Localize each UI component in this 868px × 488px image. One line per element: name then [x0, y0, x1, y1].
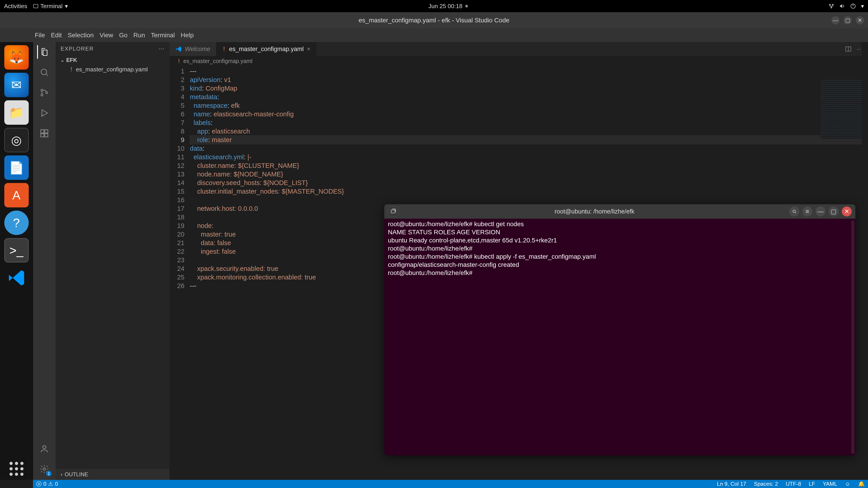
dock-app-terminal[interactable]: >_	[4, 238, 29, 263]
volume-icon[interactable]	[839, 3, 845, 9]
terminal-line: NAME STATUS ROLES AGE VERSION	[388, 228, 852, 236]
topbar-app-indicator[interactable]: Terminal ▾	[33, 3, 68, 10]
vscode-status-bar: ⓧ0 ⚠0 Ln 9, Col 17 Spaces: 2 UTF-8 LF YA…	[33, 480, 868, 488]
terminal-body[interactable]: root@ubuntu:/home/lizhe/efk# kubectl get…	[384, 219, 855, 455]
status-language[interactable]: YAML	[823, 481, 837, 487]
split-editor-icon[interactable]	[845, 46, 852, 53]
activity-run-debug-icon[interactable]	[37, 106, 51, 120]
activities-button[interactable]: Activities	[4, 3, 27, 10]
more-icon[interactable]: ⋯	[159, 46, 164, 52]
chevron-right-icon: ›	[61, 471, 62, 478]
dock-app-software[interactable]: A	[4, 183, 29, 207]
terminal-close-button[interactable]: ✕	[842, 206, 852, 217]
svg-point-6	[41, 94, 43, 96]
explorer-root-folder[interactable]: ⌄ EFK	[56, 56, 169, 65]
topbar-clock[interactable]: Jun 25 00:18	[428, 3, 462, 10]
vscode-menubar: FileEditSelectionViewGoRunTerminalHelp	[0, 29, 868, 42]
status-indentation[interactable]: Spaces: 2	[754, 481, 778, 487]
network-icon[interactable]	[829, 3, 834, 9]
settings-badge: 1	[46, 471, 52, 476]
activity-search-icon[interactable]	[37, 66, 51, 79]
svg-point-4	[41, 69, 47, 75]
svg-point-0	[829, 4, 830, 5]
svg-point-5	[41, 89, 43, 91]
activity-extensions-icon[interactable]	[37, 127, 51, 140]
svg-point-1	[832, 4, 833, 5]
tab-welcome[interactable]: Welcome	[169, 42, 216, 56]
vscode-activity-bar: 1	[33, 42, 56, 480]
dock-app-writer[interactable]: 📄	[4, 156, 29, 180]
svg-point-7	[46, 92, 48, 94]
chevron-down-icon: ⌄	[61, 57, 64, 63]
error-icon: ⓧ	[36, 480, 41, 488]
svg-point-8	[41, 116, 42, 116]
menu-edit[interactable]: Edit	[51, 32, 62, 39]
status-eol[interactable]: LF	[809, 481, 815, 487]
activity-source-control-icon[interactable]	[37, 86, 51, 99]
menu-view[interactable]: View	[100, 32, 113, 39]
dock-show-applications[interactable]	[9, 462, 24, 476]
terminal-menu-button[interactable]: ≡	[802, 206, 812, 217]
svg-rect-12	[45, 130, 48, 133]
status-cursor-position[interactable]: Ln 9, Col 17	[717, 481, 746, 487]
status-encoding[interactable]: UTF-8	[786, 481, 801, 487]
svg-rect-16	[391, 210, 395, 213]
dock-app-firefox[interactable]: 🦊	[4, 45, 29, 70]
yaml-file-icon: !	[222, 46, 226, 53]
terminal-titlebar: root@ubuntu: /home/lizhe/efk ≡ — ▢ ✕	[384, 204, 855, 219]
svg-rect-10	[41, 134, 44, 137]
terminal-title: root@ubuntu: /home/lizhe/efk	[403, 208, 786, 215]
status-problems[interactable]: ⓧ0 ⚠0	[36, 480, 58, 488]
tab-close-icon[interactable]: ×	[307, 46, 310, 53]
terminal-line: configmap/elasticsearch-master-config cr…	[388, 261, 852, 269]
menu-go[interactable]: Go	[119, 32, 127, 39]
minimap[interactable]	[820, 80, 868, 139]
dock-app-thunderbird[interactable]: ✉	[4, 73, 29, 97]
breadcrumb[interactable]: ! es_master_configmap.yaml	[169, 56, 868, 66]
dock-app-vscode[interactable]	[4, 266, 29, 290]
terminal-scrollbar[interactable]	[851, 221, 855, 454]
explorer-header: EXPLORER ⋯	[56, 42, 169, 56]
window-minimize-button[interactable]: —	[831, 16, 839, 24]
menu-help[interactable]: Help	[181, 32, 194, 39]
outline-header[interactable]: › OUTLINE	[56, 469, 169, 480]
explorer-file-item[interactable]: ! es_master_configmap.yaml	[56, 65, 169, 74]
window-close-button[interactable]: ✕	[856, 16, 864, 24]
tab-es-master-configmap[interactable]: ! es_master_configmap.yaml ×	[216, 42, 316, 56]
window-title: es_master_configmap.yaml - efk - Visual …	[359, 17, 509, 24]
power-icon[interactable]	[850, 3, 856, 9]
svg-point-14	[43, 468, 46, 470]
terminal-new-tab-button[interactable]	[388, 206, 398, 217]
editor-tabs: Welcome ! es_master_configmap.yaml × ⋯	[169, 42, 868, 56]
terminal-minimize-button[interactable]: —	[815, 206, 826, 217]
terminal-line: root@ubuntu:/home/lizhe/efk#	[388, 245, 852, 253]
menu-selection[interactable]: Selection	[68, 32, 94, 39]
terminal-screen-icon	[33, 4, 38, 8]
warning-icon: ⚠	[48, 481, 53, 487]
gnome-topbar: Activities Terminal ▾ Jun 25 00:18 ▾	[0, 0, 868, 12]
activity-settings-icon[interactable]: 1	[37, 462, 51, 476]
editor-scrollbar[interactable]	[862, 42, 868, 480]
svg-rect-9	[41, 130, 44, 133]
activity-accounts-icon[interactable]	[37, 442, 51, 455]
window-maximize-button[interactable]: ▢	[844, 16, 852, 24]
svg-point-2	[831, 7, 832, 8]
status-notifications-icon[interactable]: 🔔	[858, 481, 865, 487]
menu-file[interactable]: File	[35, 32, 45, 39]
vscode-sidebar: EXPLORER ⋯ ⌄ EFK ! es_master_configmap.y…	[56, 42, 169, 480]
chevron-down-icon[interactable]: ▾	[861, 3, 864, 10]
menu-run[interactable]: Run	[133, 32, 145, 39]
menu-terminal[interactable]: Terminal	[151, 32, 175, 39]
dock-app-files[interactable]: 📁	[4, 100, 29, 125]
svg-rect-11	[45, 134, 48, 137]
dock-app-help[interactable]: ?	[4, 210, 29, 235]
status-feedback-icon[interactable]: ☺	[845, 481, 850, 487]
terminal-line: root@ubuntu:/home/lizhe/efk#	[388, 269, 852, 277]
dock-app-rhythmbox[interactable]: ◎	[4, 128, 29, 152]
terminal-maximize-button[interactable]: ▢	[829, 206, 839, 217]
terminal-line: root@ubuntu:/home/lizhe/efk# kubectl get…	[388, 220, 852, 228]
terminal-line: root@ubuntu:/home/lizhe/efk# kubectl app…	[388, 253, 852, 261]
activity-explorer-icon[interactable]	[37, 45, 51, 59]
gnome-terminal-window: root@ubuntu: /home/lizhe/efk ≡ — ▢ ✕ roo…	[384, 204, 855, 455]
terminal-search-button[interactable]	[789, 206, 799, 217]
